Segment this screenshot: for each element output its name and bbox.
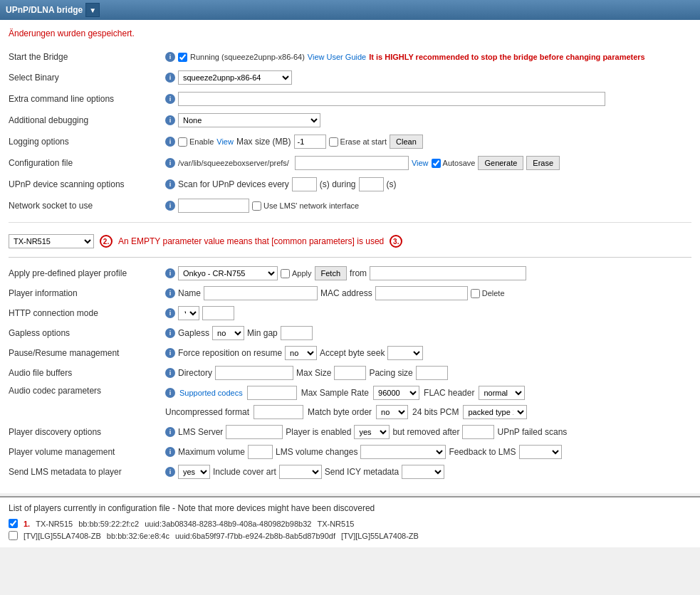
use-lms-checkbox[interactable] [252,201,261,211]
step2-badge: 2. [100,235,113,248]
generate-button[interactable]: Generate [478,156,523,170]
view-guide-link[interactable]: View User Guide [308,53,366,61]
max-sample-select[interactable]: 96000 [373,386,419,400]
uncompressed-input[interactable]: raw [254,405,303,419]
enable-log-checkbox[interactable] [178,137,187,147]
player-enabled-label: Player is enabled [286,427,351,437]
icy-select[interactable] [402,465,444,479]
audio-buffers-controls: i Directory Max Size Pacing size [165,366,448,380]
upnp-scan-info[interactable]: i [165,179,175,189]
match-order-select[interactable]: no [376,405,408,419]
http-mode-info[interactable]: i [165,308,175,318]
gapless-select[interactable]: no [212,326,244,340]
lms-changes-label: LMS volume changes [276,447,357,457]
scan-for-label: Scan for UPnP devices every [178,179,289,189]
audio-codec-info[interactable]: i [165,388,175,398]
player-profile-info[interactable]: i [165,268,175,278]
player-select[interactable]: TX-NR515 [9,234,94,248]
start-bridge-controls: i Running (squeeze2upnp-x86-64) View Use… [165,52,645,62]
bottom-list: List of players currently in configurati… [0,496,700,547]
config-row: Configuration file i /var/lib/squeezebox… [9,152,691,174]
upnp-scan-controls: i Scan for UPnP devices every 30 (s) dur… [165,177,397,191]
player-info-info[interactable]: i [165,288,175,298]
config-info[interactable]: i [165,158,175,168]
scan-duration-input[interactable]: 15 [359,177,384,191]
flac-select[interactable]: normal [479,386,525,400]
http-mode-select1[interactable]: ▼ [178,306,199,320]
player-volume-info[interactable]: i [165,447,175,457]
max-size-input[interactable] [294,135,326,149]
pause-resume-info[interactable]: i [165,348,175,358]
gapless-info[interactable]: i [165,328,175,338]
min-gap-input[interactable] [281,326,313,340]
min-gap-label: Min gap [247,328,278,338]
use-lms-label: Use LMS' network interface [252,201,359,211]
max-size-buf-input[interactable] [334,366,366,380]
extra-cmdline-input[interactable] [178,92,605,106]
network-info[interactable]: i [165,201,175,211]
failed-scans-label: UPnP failed scans [497,427,567,437]
debug-info[interactable]: i [165,115,175,125]
force-reposition-label: Force reposition on resume [178,348,282,358]
player-discovery-info[interactable]: i [165,427,175,437]
list-item-2-checkbox[interactable] [9,531,18,540]
profile-select[interactable]: Onkyo - CR-N755 [178,266,278,280]
cover-art-select[interactable] [279,465,322,479]
from-label: from [350,268,367,278]
pacing-input[interactable] [416,366,448,380]
audio-buffers-info[interactable]: i [165,368,175,378]
lms-server-label: LMS Server [178,427,223,437]
fetch-button[interactable]: Fetch [315,266,348,280]
erase-checkbox[interactable] [329,137,338,147]
player-enabled-select[interactable]: yes [354,425,390,439]
dir-label: Directory [178,368,212,378]
removed-after-input[interactable] [462,425,494,439]
supported-codecs-link[interactable]: Supported codecs [179,389,243,397]
player-section: TX-NR515 2. An EMPTY parameter value mea… [9,226,691,488]
erase-label: Erase at start [329,137,387,147]
audio-codec-controls: i Supported codecs flc,mp3 Max Sample Ra… [165,386,527,419]
bottom-list-title: List of players currently in configurati… [9,503,691,513]
max-vol-input[interactable]: 100 [248,445,273,459]
feedback-select[interactable] [519,445,562,459]
scan-interval-input[interactable]: 30 [292,177,317,191]
binary-select[interactable]: squeeze2upnp-x86-64 [178,70,292,85]
packed-select[interactable]: packed type 1 [463,405,527,419]
lms-metadata-info[interactable]: i [165,467,175,477]
player-name-input[interactable]: TX-NR515 [204,286,318,300]
lms-server-input[interactable] [226,425,283,439]
delete-checkbox[interactable] [471,289,480,298]
metadata-yes-select[interactable]: yes [178,465,210,479]
log-view-link[interactable]: View [216,137,234,146]
lms-changes-select[interactable] [360,445,446,459]
autosave-checkbox[interactable] [432,159,441,168]
gapless-text-label: Gapless [178,328,209,338]
start-bridge-info[interactable]: i [165,52,175,62]
saved-message: Änderungen wurden gespeichert. [9,26,691,41]
lms-metadata-row: Send LMS metadata to player i yes Includ… [9,462,691,482]
extra-cmdline-controls: i [165,92,605,106]
erase-button[interactable]: Erase [526,156,560,170]
config-view-link[interactable]: View [412,159,429,167]
start-bridge-checkbox[interactable] [178,53,187,62]
clean-button[interactable]: Clean [390,135,423,149]
apply-checkbox[interactable] [281,269,290,278]
list-item-1-checkbox[interactable] [9,519,18,528]
list-item-1-num: 1. [23,520,30,528]
force-reposition-select[interactable]: no [285,346,317,360]
config-filename-input[interactable]: upnpbridge.xml [295,156,409,170]
profile-url-input[interactable]: http://sourceforge.net/projects/lms-to-u… [370,266,526,280]
http-mode-input[interactable]: -2 [202,306,234,320]
extra-cmdline-info[interactable]: i [165,94,175,104]
accept-byte-select[interactable] [387,346,423,360]
network-input[interactable]: ? [178,199,249,213]
select-binary-info[interactable]: i [165,73,175,83]
debug-select[interactable]: None [178,113,320,127]
gapless-row: Gapless options i Gapless no Min gap [9,323,691,343]
dir-input[interactable] [215,366,293,380]
logging-info[interactable]: i [165,137,175,147]
title-dropdown[interactable]: ▼ [85,3,100,17]
mac-input[interactable]: bb:bb:59:22:2f:c2 [375,286,468,300]
scan-s1: (s) during [320,179,356,189]
supported-codecs-input[interactable]: flc,mp3 [247,386,297,400]
